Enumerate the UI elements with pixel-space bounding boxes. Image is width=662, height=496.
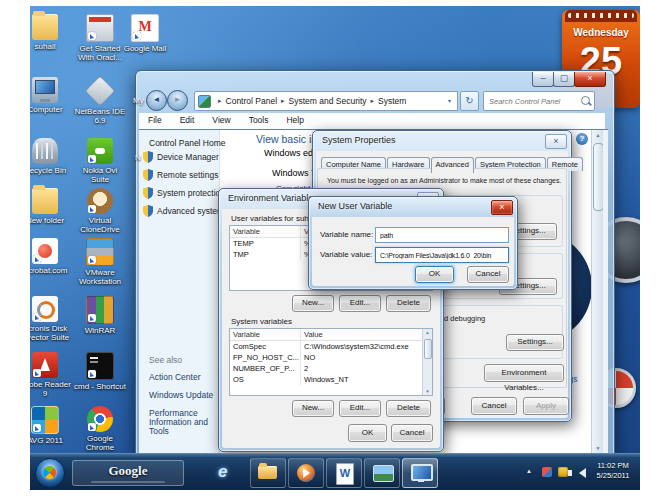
scrollbar-thumb[interactable] bbox=[424, 339, 432, 359]
see-also-heading: See also bbox=[149, 355, 182, 365]
menu-edit[interactable]: Edit bbox=[171, 113, 204, 127]
desktop-icon-new-folder[interactable]: New folder bbox=[30, 188, 72, 225]
taskbar-item-internet-explorer[interactable]: e bbox=[208, 458, 244, 488]
table-row[interactable]: ComSpecC:\Windows\system32\cmd.exe bbox=[230, 341, 432, 352]
desktop-icon-avg[interactable]: AVG 2011 bbox=[30, 406, 72, 445]
sidebar-item-remote-settings[interactable]: Remote settings bbox=[157, 170, 218, 180]
sidebar-item-windows-update[interactable]: Windows Update bbox=[149, 391, 221, 400]
desktop-icon-netbeans[interactable]: NetBeans IDE 6.9 bbox=[73, 77, 127, 125]
breadcrumb-dropdown-button[interactable]: ▾ bbox=[442, 91, 458, 111]
search-box[interactable] bbox=[483, 91, 595, 111]
scroll-down-icon[interactable]: ▼ bbox=[423, 389, 432, 394]
desktop-icon-acronis[interactable]: Acronis Disk Director Suite bbox=[30, 296, 72, 342]
desktop-icon-virtual-clonedrive[interactable]: Virtual CloneDrive bbox=[73, 188, 127, 234]
desktop-icon-partial-my[interactable]: My bbox=[133, 96, 144, 105]
table-row[interactable]: FP_NO_HOST_C...NO bbox=[230, 352, 432, 363]
forward-button[interactable]: ► bbox=[167, 90, 188, 111]
desktop-icon-google-mail[interactable]: MGoogle Mail bbox=[118, 14, 172, 53]
desktop-icon-computer[interactable]: Computer bbox=[30, 77, 72, 114]
start-button[interactable] bbox=[35, 458, 65, 488]
close-button[interactable]: × bbox=[574, 72, 606, 87]
sidebar-item-performance-tools[interactable]: Performance Information and Tools bbox=[149, 409, 221, 436]
dialog-title: New User Variable bbox=[318, 201, 392, 211]
menu-file[interactable]: File bbox=[139, 113, 171, 127]
system-edit-button[interactable]: Edit... bbox=[339, 400, 381, 417]
desktop-icon-nokia-ovi[interactable]: Nokia Ovi Suite bbox=[73, 138, 127, 184]
desktop-icon-winrar[interactable]: WinRAR bbox=[73, 296, 127, 335]
apply-button[interactable]: Apply bbox=[523, 397, 569, 415]
breadcrumb-system[interactable]: System bbox=[378, 96, 406, 106]
tab-advanced[interactable]: Advanced bbox=[431, 157, 474, 173]
help-icon[interactable]: ? bbox=[576, 133, 588, 145]
volume-icon[interactable] bbox=[579, 468, 586, 478]
taskbar-item-explorer[interactable] bbox=[250, 458, 286, 488]
table-scrollbar[interactable]: ▲▼ bbox=[422, 329, 432, 395]
tray-security-icon[interactable] bbox=[542, 467, 552, 477]
system-variables-table[interactable]: VariableValue ComSpecC:\Windows\system32… bbox=[229, 328, 433, 396]
cancel-button[interactable]: Cancel bbox=[391, 424, 433, 442]
startup-settings-button[interactable]: Settings... bbox=[506, 334, 564, 351]
desktop-icon-adobe-reader[interactable]: Adobe Reader 9 bbox=[30, 352, 72, 398]
breadcrumb[interactable]: ▸ Control Panel ▸ System and Security ▸ … bbox=[194, 91, 444, 111]
sidebar-item-system-protection[interactable]: System protection bbox=[157, 188, 225, 198]
ok-button[interactable]: OK bbox=[415, 266, 454, 283]
system-new-button[interactable]: New... bbox=[292, 400, 334, 417]
system-breadcrumb-icon bbox=[198, 95, 211, 108]
taskbar-clock[interactable]: 11:02 PM 5/25/2011 bbox=[589, 461, 637, 481]
refresh-button[interactable]: ↻ bbox=[460, 91, 479, 111]
user-edit-button[interactable]: Edit... bbox=[339, 295, 381, 312]
variable-name-input[interactable] bbox=[378, 229, 508, 242]
desktop-icon-chrome[interactable]: Google Chrome bbox=[73, 406, 127, 452]
sidebar-item-action-center[interactable]: Action Center bbox=[149, 373, 221, 382]
close-button[interactable]: × bbox=[491, 200, 513, 215]
system-variables-label: System variables bbox=[231, 317, 292, 326]
sidebar-item-home[interactable]: Control Panel Home bbox=[149, 138, 226, 148]
shortcut-arrow-icon bbox=[33, 424, 41, 432]
desktop-icon-vmware[interactable]: VMware Workstation bbox=[73, 238, 127, 286]
col-variable: Variable bbox=[230, 226, 301, 237]
desktop-icon-suhail[interactable]: suhail bbox=[30, 14, 72, 51]
tray-expand-icon[interactable]: ▲ bbox=[526, 468, 532, 474]
taskbar: Google e W ▲ 11:02 PM 5/25/2011 bbox=[30, 453, 640, 490]
cell-value: C:\Windows\system32\cmd.exe bbox=[301, 341, 432, 352]
taskbar-item-system-active[interactable] bbox=[402, 458, 438, 488]
ok-button[interactable]: OK bbox=[348, 424, 387, 442]
scroll-up-icon[interactable]: ▲ bbox=[423, 330, 432, 335]
close-button[interactable]: × bbox=[545, 134, 567, 149]
table-row[interactable]: NUMBER_OF_P...2 bbox=[230, 363, 432, 374]
sidebar-item-device-manager[interactable]: Device Manager bbox=[157, 152, 219, 162]
user-new-button[interactable]: New... bbox=[292, 295, 334, 312]
clonedrive-icon bbox=[87, 188, 113, 214]
cancel-button[interactable]: Cancel bbox=[471, 397, 517, 415]
variable-value-input[interactable] bbox=[378, 249, 508, 262]
google-logo: Google bbox=[73, 461, 183, 481]
breadcrumb-control-panel[interactable]: Control Panel bbox=[226, 96, 278, 106]
search-icon[interactable] bbox=[581, 96, 590, 105]
taskbar-item-media-player[interactable] bbox=[288, 458, 324, 488]
menu-tools[interactable]: Tools bbox=[240, 113, 278, 127]
back-button[interactable]: ◄ bbox=[146, 90, 167, 111]
folder-icon bbox=[32, 14, 58, 40]
breadcrumb-system-security[interactable]: System and Security bbox=[289, 96, 367, 106]
tray-update-icon[interactable] bbox=[558, 467, 568, 477]
search-input[interactable] bbox=[487, 93, 579, 109]
variable-name-field[interactable] bbox=[375, 227, 509, 243]
environment-variables-button[interactable]: Environment Variables... bbox=[484, 364, 564, 382]
maximize-button[interactable]: ▢ bbox=[553, 72, 575, 87]
desktop-icon-acrobat-com[interactable]: Acrobat.com bbox=[30, 238, 72, 275]
taskbar-item-word[interactable]: W bbox=[326, 458, 362, 488]
cell-name: FP_NO_HOST_C... bbox=[230, 352, 301, 363]
taskbar-item-photo-gallery[interactable] bbox=[364, 458, 400, 488]
minimize-button[interactable]: – bbox=[532, 72, 554, 87]
google-toolbar[interactable]: Google bbox=[72, 460, 184, 486]
variable-value-field[interactable] bbox=[375, 247, 509, 263]
table-row[interactable]: OSWindows_NT bbox=[230, 374, 432, 385]
user-delete-button[interactable]: Delete bbox=[386, 295, 431, 312]
desktop-icon-cmd-shortcut[interactable]: cmd - Shortcut bbox=[73, 352, 127, 391]
desktop-icon-partial-n[interactable]: N bbox=[135, 153, 141, 162]
menu-help[interactable]: Help bbox=[277, 113, 312, 127]
system-delete-button[interactable]: Delete bbox=[386, 400, 431, 417]
menu-view[interactable]: View bbox=[203, 113, 239, 127]
cancel-button[interactable]: Cancel bbox=[467, 266, 509, 283]
desktop-icon-recycle-bin[interactable]: Recycle Bin bbox=[30, 138, 72, 175]
